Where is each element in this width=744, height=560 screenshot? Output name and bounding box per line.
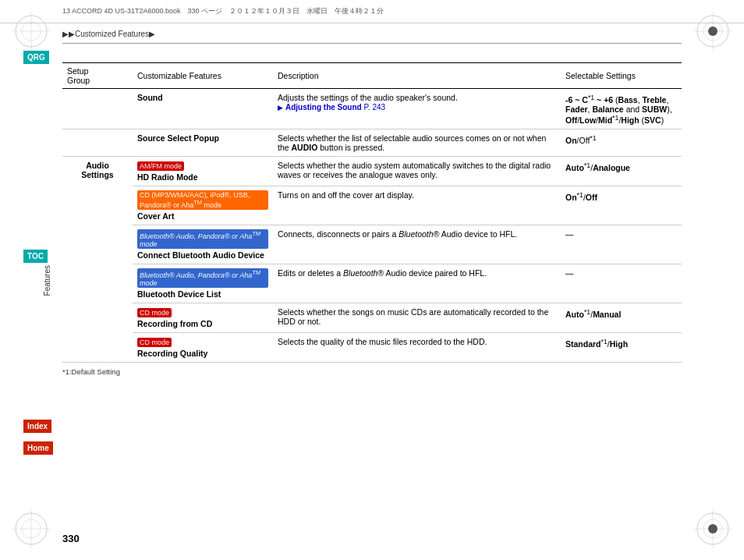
settings-table: SetupGroup Customizable Features Descrip… (62, 62, 682, 363)
toc-button[interactable]: TOC (23, 250, 48, 263)
sound-link[interactable]: Adjusting the Sound P. 243 (285, 103, 385, 112)
table-row: CD mode Recording Quality Selects the qu… (62, 333, 682, 363)
table-row: Source Select Popup Selects whether the … (62, 129, 682, 157)
description-cell: Selects whether the audio system automat… (273, 157, 561, 186)
mode-badge-bt2: Bluetooth® Audio, Pandora® or AhaTM mode (137, 268, 268, 288)
selectable-cell: Auto*1/Analogue (561, 157, 682, 186)
feature-cell: Sound (133, 89, 273, 129)
mode-badge-amfm: AM/FM mode (137, 161, 184, 171)
setup-group-cell (62, 129, 133, 157)
feature-cell: Source Select Popup (133, 129, 273, 157)
selectable-cell: -6 ~ C*1 ~ +6 (Bass, Treble, Fader, Bala… (561, 89, 682, 129)
description-cell: Adjusts the settings of the audio speake… (273, 89, 561, 129)
home-button[interactable]: Home (23, 441, 53, 455)
selectable-cell: On*1/Off (561, 186, 682, 225)
col-header-setup: SetupGroup (62, 63, 133, 89)
feature-cell: Bluetooth® Audio, Pandora® or AhaTM mode… (133, 225, 273, 264)
feature-cell: AM/FM mode HD Radio Mode (133, 157, 273, 186)
mode-badge-cd2: CD mode (137, 338, 172, 347)
mode-badge-cd-mp3: CD (MP3/WMA/AAC), iPod®, USB, Pandora® o… (137, 190, 268, 210)
top-bar-text: 13 ACCORD 4D US-31T2A6000.book 330 ページ ２… (62, 6, 384, 16)
main-content: SetupGroup Customizable Features Descrip… (62, 47, 682, 552)
selectable-cell: On/Off*1 (561, 129, 682, 157)
table-row: AudioSettings AM/FM mode HD Radio Mode S… (62, 157, 682, 186)
index-button[interactable]: Index (23, 420, 51, 433)
footnote: *1:Default Setting (62, 367, 682, 376)
features-label: Features (43, 265, 51, 296)
selectable-cell: — (561, 264, 682, 303)
description-cell: Connects, disconnects or pairs a Bluetoo… (273, 225, 561, 264)
table-row: CD mode Recording from CD Selects whethe… (62, 303, 682, 333)
table-header-row: SetupGroup Customizable Features Descrip… (62, 63, 682, 89)
qrg-button[interactable]: QRG (23, 51, 49, 64)
setup-group-cell (62, 89, 133, 129)
selectable-cell: Standard*1/High (561, 333, 682, 363)
table-row: CD (MP3/WMA/AAC), iPod®, USB, Pandora® o… (62, 186, 682, 225)
top-bar: 13 ACCORD 4D US-31T2A6000.book 330 ページ ２… (0, 0, 744, 23)
col-header-features: Customizable Features (133, 63, 273, 89)
corner-decoration-br (689, 505, 736, 552)
audio-settings-cell: AudioSettings (62, 157, 133, 363)
table-row: Bluetooth® Audio, Pandora® or AhaTM mode… (62, 225, 682, 264)
corner-decoration-bl (8, 505, 55, 552)
description-cell: Edits or deletes a Bluetooth® Audio devi… (273, 264, 561, 303)
svg-point-17 (708, 524, 717, 533)
selectable-cell: — (561, 225, 682, 264)
description-cell: Selects the quality of the music files r… (273, 333, 561, 363)
svg-point-8 (708, 27, 717, 36)
description-cell: Selects whether the songs on music CDs a… (273, 303, 561, 333)
table-row: Sound Adjusts the settings of the audio … (62, 89, 682, 129)
breadcrumb: ▶▶Customized Features▶ (62, 30, 155, 38)
feature-cell: CD mode Recording Quality (133, 333, 273, 363)
feature-cell: CD mode Recording from CD (133, 303, 273, 333)
feature-cell: Bluetooth® Audio, Pandora® or AhaTM mode… (133, 264, 273, 303)
mode-badge-cd1: CD mode (137, 308, 172, 317)
link-icon: ▶ (278, 104, 283, 112)
col-header-settings: Selectable Settings (561, 63, 682, 89)
feature-cell: CD (MP3/WMA/AAC), iPod®, USB, Pandora® o… (133, 186, 273, 225)
selectable-cell: Auto*1/Manual (561, 303, 682, 333)
description-cell: Turns on and off the cover art display. (273, 186, 561, 225)
col-header-description: Description (273, 63, 561, 89)
mode-badge-bt1: Bluetooth® Audio, Pandora® or AhaTM mode (137, 229, 268, 249)
description-cell: Selects whether the list of selectable a… (273, 129, 561, 157)
table-row: Bluetooth® Audio, Pandora® or AhaTM mode… (62, 264, 682, 303)
breadcrumb-line (62, 43, 682, 44)
